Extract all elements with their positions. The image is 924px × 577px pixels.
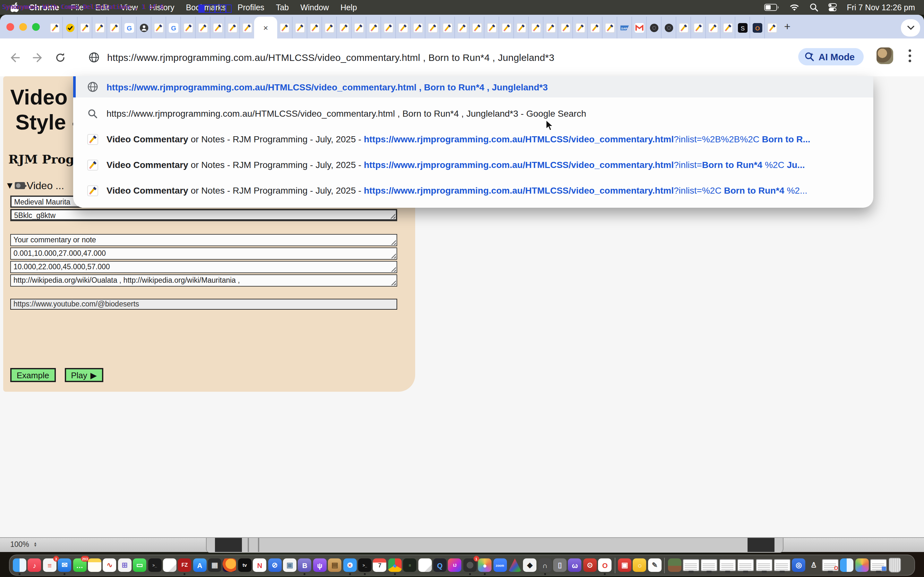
dock-terminal-3[interactable]: ≡ bbox=[403, 558, 417, 572]
tab-pencil-15[interactable] bbox=[277, 17, 292, 39]
tab-pencil-17[interactable] bbox=[307, 17, 321, 39]
play-button[interactable]: Play▶ bbox=[65, 368, 103, 382]
dock-terminal-2[interactable]: >_ bbox=[358, 558, 372, 572]
tab-pencil-36[interactable] bbox=[587, 17, 602, 39]
resize-grip[interactable] bbox=[391, 280, 396, 285]
dock-quicktime[interactable]: Q bbox=[433, 558, 447, 572]
tab-pencil-0[interactable] bbox=[47, 17, 62, 39]
tab-pencil-33[interactable] bbox=[543, 17, 557, 39]
tab-pencil-7[interactable] bbox=[151, 17, 166, 39]
dock-white-figure[interactable]: ♙ bbox=[807, 558, 821, 572]
minimize-window-button[interactable] bbox=[19, 23, 27, 31]
dock-camera-lens-settings[interactable]: 1 bbox=[463, 558, 477, 572]
tab-pencil-21[interactable] bbox=[366, 17, 381, 39]
tab-pencil-22[interactable] bbox=[381, 17, 395, 39]
dock-minimized-window-3[interactable] bbox=[719, 559, 736, 571]
dock-launchpad[interactable]: ⊞ bbox=[118, 558, 131, 572]
suggestion-row-5[interactable]: Video Commentary or Notes - RJM Programm… bbox=[73, 180, 873, 201]
spotlight-search-icon[interactable] bbox=[809, 3, 818, 11]
tab-pencil-10[interactable] bbox=[195, 17, 210, 39]
dock-reminders[interactable]: ≡3 bbox=[43, 558, 57, 572]
dock-photos-red[interactable]: ▣ bbox=[618, 558, 632, 572]
dock-firefox[interactable] bbox=[223, 558, 236, 572]
dock-minimized-doc-window[interactable]: ▦ bbox=[871, 559, 887, 571]
dock-notes[interactable] bbox=[88, 558, 102, 572]
tab-google-8[interactable]: G bbox=[166, 17, 180, 39]
commentary-field[interactable]: Your commentary or note bbox=[10, 234, 397, 246]
dock-toothfairy[interactable]: ∩ bbox=[538, 558, 551, 572]
dock-finder[interactable] bbox=[13, 558, 26, 572]
dock-intellij-idea[interactable]: IJ bbox=[448, 558, 462, 572]
dock-zoom[interactable]: zoom bbox=[493, 558, 507, 572]
dock-chrome[interactable]: ● bbox=[388, 558, 402, 572]
dock-safari[interactable]: ✕ bbox=[343, 558, 357, 572]
dock-iphone-mirroring[interactable]: ▯ bbox=[553, 558, 567, 572]
tab-pencil-24[interactable] bbox=[410, 17, 425, 39]
dock-finder-small[interactable] bbox=[840, 558, 854, 572]
start-times-field[interactable]: 0.001,10.000,27.000,47.000 bbox=[10, 247, 397, 259]
menu-item-tab[interactable]: Tab bbox=[276, 3, 289, 12]
dock-calendar[interactable]: 7 bbox=[373, 558, 387, 572]
control-center-icon[interactable] bbox=[828, 3, 837, 11]
tab-chromedark-40[interactable] bbox=[646, 17, 661, 39]
menu-item-window[interactable]: Window bbox=[300, 3, 329, 12]
tab-pencil-35[interactable] bbox=[572, 17, 587, 39]
dock-apple-tv[interactable]: tv bbox=[238, 558, 252, 572]
dock-mail[interactable]: ✉ bbox=[58, 558, 71, 572]
dock-contacts[interactable]: ▤ bbox=[328, 558, 341, 572]
close-window-button[interactable] bbox=[6, 23, 14, 31]
dock-grapher[interactable]: ∿ bbox=[103, 558, 116, 572]
tab-pencil-45[interactable] bbox=[720, 17, 735, 39]
zoom-stepper[interactable]: ▴▾ bbox=[34, 542, 37, 547]
tab-pencil-12[interactable] bbox=[225, 17, 239, 39]
tab-pencil-27[interactable] bbox=[454, 17, 469, 39]
battery-icon[interactable] bbox=[764, 4, 779, 11]
dock-facetime[interactable]: ▭ bbox=[133, 558, 146, 572]
dock-minimized-window-5[interactable] bbox=[756, 559, 772, 571]
dock-cat-assistant[interactable]: ω bbox=[568, 558, 582, 572]
dock-filezilla[interactable]: FZ bbox=[178, 558, 192, 572]
tab-pencil-43[interactable] bbox=[690, 17, 705, 39]
tab-google-5[interactable]: G bbox=[121, 17, 136, 39]
dock-minimized-window-1[interactable] bbox=[683, 559, 699, 571]
tab-pencil-4[interactable] bbox=[107, 17, 121, 39]
tab-pencil-16[interactable] bbox=[292, 17, 307, 39]
dock-paint-palette[interactable]: ● bbox=[478, 558, 491, 572]
suggestion-row-1[interactable]: https://www.rjmprogramming.com.au/HTMLCS… bbox=[73, 76, 873, 97]
profile-avatar[interactable] bbox=[877, 47, 893, 64]
tab-pencil-32[interactable] bbox=[528, 17, 543, 39]
dock-lightbulb-app[interactable]: ○ bbox=[633, 558, 646, 572]
tab-pencil-37[interactable] bbox=[602, 17, 617, 39]
tab-pencil-23[interactable] bbox=[395, 17, 410, 39]
dock-photo-booth[interactable]: ▣ bbox=[283, 558, 296, 572]
tab-pencil-42[interactable] bbox=[676, 17, 690, 39]
video-id-field[interactable]: 5Bklc_g8ktw bbox=[10, 209, 397, 221]
resize-grip[interactable] bbox=[391, 267, 396, 272]
dock-trash[interactable] bbox=[888, 558, 901, 572]
end-times-field[interactable]: 10.000,22.000,45.000,57.000 bbox=[10, 261, 397, 273]
menu-item-help[interactable]: Help bbox=[341, 3, 357, 12]
tab-pencil-13[interactable] bbox=[239, 17, 254, 39]
tab-pencil-19[interactable] bbox=[336, 17, 351, 39]
tab-person-6[interactable] bbox=[136, 17, 151, 39]
wifi-icon[interactable] bbox=[789, 3, 799, 11]
dock-do-not-disturb[interactable]: ⊘ bbox=[268, 558, 281, 572]
resize-grip[interactable] bbox=[391, 240, 396, 245]
tab-pencil-20[interactable] bbox=[351, 17, 366, 39]
dock-minimized-window-6[interactable] bbox=[774, 559, 790, 571]
menu-clock[interactable]: Fri 7 Nov 12:26 pm bbox=[846, 3, 915, 12]
resize-grip[interactable] bbox=[390, 213, 395, 219]
dock-palette-small[interactable] bbox=[855, 558, 869, 572]
tab-pencil-44[interactable] bbox=[705, 17, 720, 39]
tab-pencil-9[interactable] bbox=[180, 17, 195, 39]
dock-textedit-document[interactable] bbox=[163, 558, 176, 572]
dock-app-store[interactable]: A bbox=[193, 558, 206, 572]
dock-small-blue-app[interactable]: ◎ bbox=[792, 558, 806, 572]
dock-minimized-opera-window[interactable]: O bbox=[822, 559, 838, 571]
dock-minimized-window-2[interactable] bbox=[701, 559, 718, 571]
dock-music[interactable]: ♪ bbox=[28, 558, 41, 572]
example-button[interactable]: Example bbox=[10, 368, 55, 382]
back-button[interactable] bbox=[9, 52, 20, 63]
menu-item-profiles[interactable]: Profiles bbox=[238, 3, 264, 12]
dock-podcasts[interactable]: ψ bbox=[313, 558, 326, 572]
